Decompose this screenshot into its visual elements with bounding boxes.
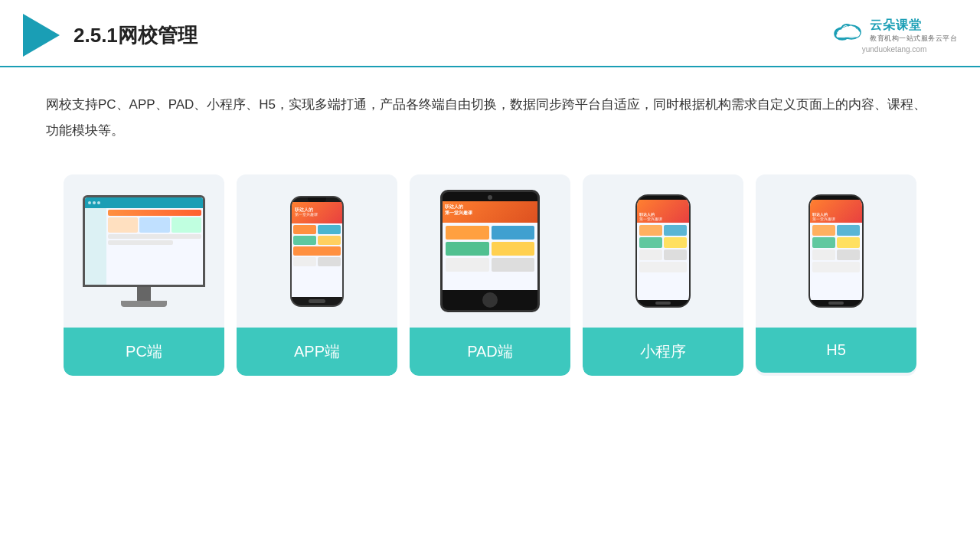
brand-url: yunduoketang.com	[862, 45, 927, 54]
description-paragraph: 网校支持PC、APP、PAD、小程序、H5，实现多端打通，产品各终端自由切换，数…	[46, 92, 934, 144]
card-pc-image	[64, 174, 224, 328]
logo-triangle-icon	[23, 14, 60, 57]
card-h5-image: 职达人的 第一堂兴趣课	[756, 174, 916, 328]
header: 2.5.1网校管理 云朵课堂 教育机构一站式服务云平	[0, 0, 980, 67]
card-miniprogram-label: 小程序	[583, 328, 743, 376]
tablet-mockup: 职达人的 第一堂兴趣课	[440, 190, 540, 312]
cards-container: PC端 职达人的 第一堂兴趣课	[0, 152, 980, 391]
card-pad: 职达人的 第一堂兴趣课	[410, 174, 570, 376]
cloud-icon	[831, 18, 865, 43]
card-h5: 职达人的 第一堂兴趣课	[756, 174, 916, 376]
mini-phone-mockup-1: 职达人的 第一堂兴趣课	[635, 194, 691, 308]
card-pad-label: PAD端	[410, 328, 570, 376]
card-pad-image: 职达人的 第一堂兴趣课	[410, 174, 570, 328]
card-app-image: 职达人的 第一堂兴趣课	[237, 174, 397, 328]
phone-mockup-app: 职达人的 第一堂兴趣课	[290, 196, 344, 307]
card-app-label: APP端	[237, 328, 397, 376]
card-miniprogram: 职达人的 第一堂兴趣课	[583, 174, 743, 376]
card-h5-label: H5	[756, 328, 916, 373]
card-miniprogram-image: 职达人的 第一堂兴趣课	[583, 174, 743, 328]
mini-phone-mockup-2: 职达人的 第一堂兴趣课	[808, 194, 864, 308]
card-pc-label: PC端	[64, 328, 224, 376]
description-text: 网校支持PC、APP、PAD、小程序、H5，实现多端打通，产品各终端自由切换，数…	[0, 67, 980, 152]
card-pc: PC端	[64, 174, 224, 376]
card-app: 职达人的 第一堂兴趣课	[237, 174, 397, 376]
brand-name: 云朵课堂	[870, 18, 957, 34]
pc-monitor-icon	[83, 195, 205, 307]
header-right: 云朵课堂 教育机构一站式服务云平台 yunduoketang.com	[831, 18, 957, 54]
brand-subtitle: 教育机构一站式服务云平台	[870, 34, 957, 44]
brand-logo: 云朵课堂 教育机构一站式服务云平台	[831, 18, 957, 44]
page-title: 2.5.1网校管理	[74, 22, 198, 49]
header-left: 2.5.1网校管理	[23, 14, 198, 57]
brand-text: 云朵课堂 教育机构一站式服务云平台	[870, 18, 957, 44]
